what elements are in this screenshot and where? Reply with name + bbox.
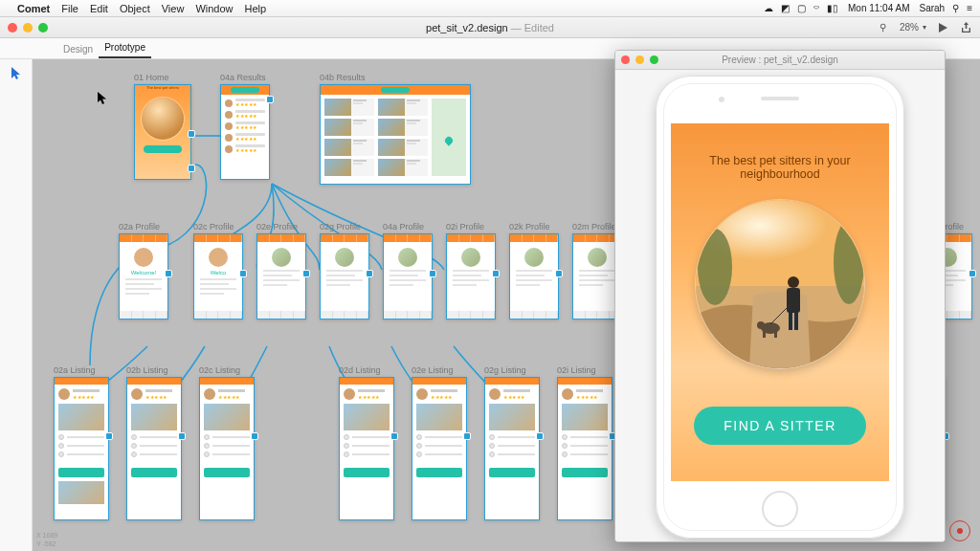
contact-button[interactable] xyxy=(58,468,104,477)
wire-handle[interactable] xyxy=(105,432,113,440)
tab-prototype[interactable]: Prototype xyxy=(99,38,151,58)
artboard-listing[interactable]: ★★★★★ xyxy=(339,377,394,520)
artboard-results-b[interactable] xyxy=(320,84,471,185)
wire-handle[interactable] xyxy=(463,432,471,440)
zoom-control[interactable]: 28% ▾ xyxy=(900,22,926,33)
artboard-label: 02d Listing xyxy=(339,365,394,375)
contact-button[interactable] xyxy=(344,468,390,477)
select-tool-icon[interactable] xyxy=(8,65,25,82)
svg-point-5 xyxy=(788,276,799,288)
minimize-icon[interactable] xyxy=(23,23,33,33)
wifi-icon: ⌔ xyxy=(813,3,819,13)
canvas-coords: X 1689 Y -582 xyxy=(36,532,57,548)
wire-handle[interactable] xyxy=(178,432,186,440)
contact-button[interactable] xyxy=(562,468,608,477)
close-icon[interactable] xyxy=(8,23,17,33)
artboard-label: 01 Home xyxy=(134,73,191,82)
artboard-listing[interactable]: ★★★★★ xyxy=(54,377,109,520)
svg-rect-6 xyxy=(789,313,792,330)
welcome-text: Welcome! xyxy=(120,270,167,276)
phone-screen[interactable]: The best pet sitters in your neighbourho… xyxy=(671,123,889,481)
artboard-label: 02k Profile xyxy=(509,222,559,231)
play-icon[interactable] xyxy=(936,21,949,34)
wire-handle[interactable] xyxy=(366,270,373,277)
wire-handle[interactable] xyxy=(429,270,436,277)
wire-handle[interactable] xyxy=(251,432,258,440)
svg-point-2 xyxy=(698,229,732,305)
wire-handle[interactable] xyxy=(188,130,195,138)
screen-tagline: The best pet sitters in your neighbourho… xyxy=(671,154,889,181)
artboard-profile[interactable] xyxy=(383,233,433,320)
contact-button[interactable] xyxy=(489,468,535,477)
contact-button[interactable] xyxy=(416,468,462,477)
mac-menubar: Comet File Edit Object View Window Help … xyxy=(0,0,980,17)
phone-speaker-icon xyxy=(761,97,799,100)
artboard-listing[interactable]: ★★★★★ xyxy=(412,377,467,520)
menu-edit[interactable]: Edit xyxy=(90,3,108,14)
menu-extra-icon[interactable]: ≡ xyxy=(967,3,972,13)
artboard-profile[interactable] xyxy=(509,233,559,320)
doc-title: pet_sit_v2.design — Edited xyxy=(0,22,980,33)
contact-button[interactable] xyxy=(204,468,250,477)
menu-view[interactable]: View xyxy=(162,3,185,14)
artboard-profile[interactable] xyxy=(256,233,306,320)
welcome-text: Welco xyxy=(194,270,242,276)
artboard-label: 02c Profile xyxy=(193,222,243,231)
wire-handle[interactable] xyxy=(188,165,195,172)
wire-handle[interactable] xyxy=(165,270,172,277)
artboard-profile[interactable]: Welcome! xyxy=(119,233,168,320)
artboard-label: 02g Listing xyxy=(484,365,540,375)
search-icon[interactable]: ⚲ xyxy=(877,21,890,34)
zoom-icon[interactable] xyxy=(38,23,48,33)
menu-app[interactable]: Comet xyxy=(17,3,50,14)
hero-image xyxy=(142,98,184,140)
wire-handle[interactable] xyxy=(266,96,274,103)
menu-window[interactable]: Window xyxy=(195,3,233,14)
chevron-down-icon: ▾ xyxy=(923,23,926,32)
wire-handle[interactable] xyxy=(536,432,544,440)
tab-design[interactable]: Design xyxy=(57,40,99,58)
menubar-user[interactable]: Sarah xyxy=(919,3,945,13)
artboard-label: 02c Listing xyxy=(199,365,255,375)
spotlight-icon[interactable]: ⚲ xyxy=(952,3,959,13)
menu-object[interactable]: Object xyxy=(120,3,150,14)
artboard-home[interactable]: The best pet sitters xyxy=(134,84,191,180)
artboard-listing[interactable]: ★★★★★ xyxy=(126,377,182,520)
svg-rect-10 xyxy=(774,330,777,338)
phone-home-button-icon[interactable] xyxy=(762,491,798,527)
zoom-value: 28% xyxy=(900,22,919,33)
window-controls[interactable] xyxy=(8,23,48,33)
artboard-listing[interactable]: ★★★★★ xyxy=(484,377,540,520)
wire-handle[interactable] xyxy=(969,270,976,277)
record-indicator-icon xyxy=(949,520,970,541)
svg-rect-7 xyxy=(794,313,798,330)
wire-handle[interactable] xyxy=(555,270,563,277)
menu-help[interactable]: Help xyxy=(245,3,267,14)
artboard-profile[interactable]: Welco xyxy=(193,233,243,320)
wire-handle[interactable] xyxy=(239,270,247,277)
find-sitter-button[interactable]: FIND A SITTER xyxy=(694,407,866,445)
artboard-profile[interactable] xyxy=(320,233,369,320)
artboard-label: 04b Results xyxy=(320,73,471,82)
preview-titlebar[interactable]: Preview : pet_sit_v2.design xyxy=(615,51,945,70)
artboard-results-a[interactable]: ★★★★★ ★★★★★ ★★★★★ ★★★★★ ★★★★★ xyxy=(220,84,270,180)
wire-handle[interactable] xyxy=(390,432,398,440)
preview-title: Preview : pet_sit_v2.design xyxy=(615,55,945,65)
home-tagline: The best pet sitters xyxy=(135,85,190,90)
share-icon[interactable] xyxy=(959,21,972,34)
cloud-icon: ☁ xyxy=(764,3,773,13)
artboard-label: 02g Profile xyxy=(320,222,369,231)
preview-window[interactable]: Preview : pet_sit_v2.design The best pet… xyxy=(614,50,946,542)
phone-camera-icon xyxy=(719,97,724,102)
wire-handle[interactable] xyxy=(302,270,310,277)
svg-rect-4 xyxy=(787,288,800,313)
artboard-listing[interactable]: ★★★★★ xyxy=(557,377,612,520)
wire-handle[interactable] xyxy=(492,270,500,277)
svg-point-11 xyxy=(757,321,765,329)
find-sitter-button[interactable] xyxy=(144,145,182,153)
artboard-listing[interactable]: ★★★★★ xyxy=(199,377,255,520)
contact-button[interactable] xyxy=(131,468,177,477)
menu-file[interactable]: File xyxy=(61,3,78,14)
artboard-profile[interactable] xyxy=(446,233,496,320)
menubar-time: Mon 11:04 AM xyxy=(848,3,909,13)
